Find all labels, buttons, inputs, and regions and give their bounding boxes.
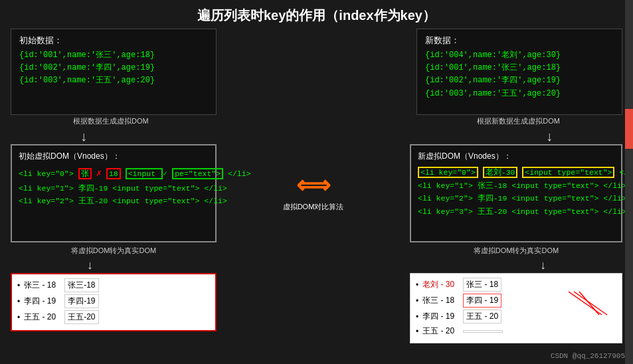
bullet-1: • <box>17 297 20 306</box>
initial-data-box: 初始数据： {id:'001',name:'张三',age:18} {id:'0… <box>11 29 217 115</box>
bullet-2: • <box>17 313 20 322</box>
left-list-item-2: • 王五 - 20 王五-20 <box>17 310 210 324</box>
right-list-input-3 <box>463 330 503 333</box>
left-list-input-1: 李四-19 <box>64 294 98 308</box>
new-data-line-2: {id:'001',name:'张三',age:18} <box>425 62 614 74</box>
left-list-input-2: 王五-20 <box>64 310 98 324</box>
left-list-label-1: 李四 - 19 <box>24 296 60 307</box>
annotation-lines <box>569 288 608 321</box>
right-vdom-title: 新虚拟DOM（Vnodes）： <box>418 151 614 162</box>
bullet-r2: • <box>416 312 418 321</box>
left-bottom-arrow: ↓ <box>86 260 94 270</box>
right-list-input-2: 王五 - 20 <box>463 310 501 323</box>
right-list-label-3: 王五 - 20 <box>422 325 459 337</box>
svg-line-0 <box>569 292 602 315</box>
compare-label: 虚拟DOM对比算法 <box>283 202 344 212</box>
left-down-arrow: ↓ <box>80 131 88 143</box>
right-list-box: • 老刘 - 30 张三 - 18 • 张三 - 18 李四 - 19 • 李四… <box>410 273 622 343</box>
left-vdom-box: 初始虚拟DOM（Vnodes）： <li key="0"> 张 ✗ 18 <in… <box>11 144 217 242</box>
right-list-item-3: • 王五 - 20 <box>416 325 616 337</box>
x-mark-0: ✗ <box>96 168 102 179</box>
initial-data-line-1: {id:'001',name:'张三',age:18} <box>19 49 208 62</box>
new-data-line-4: {id:'003',name:'王五',age:20} <box>425 88 614 100</box>
svg-line-1 <box>574 292 607 315</box>
left-arrow-label: 根据数据生成虚拟DOM <box>73 116 149 126</box>
right-list-input-0: 张三 - 18 <box>463 278 501 292</box>
initial-data-title: 初始数据： <box>19 35 208 46</box>
right-bottom-arrow: ↓ <box>539 260 547 270</box>
right-arrow-label: 根据新数据生成虚拟DOM <box>477 116 560 126</box>
scrollbar-track[interactable] <box>625 0 633 364</box>
right-vdom-line-1: <li key="1"> 张三-18 <input type="text"> <… <box>418 179 614 193</box>
right-to-real-label: 将虚拟DOM转为真实DOM <box>474 246 559 258</box>
initial-data-line-2: {id:'002',name:'李四',age:19} <box>19 62 208 74</box>
right-list-label-1: 张三 - 18 <box>422 295 459 306</box>
main-container: 遍历列表时key的作用（index作为key） 初始数据： {id:'001',… <box>0 0 633 364</box>
right-vdom-line-0: <li key="0"> 老刘-30 <input type="text"> <… <box>418 166 614 179</box>
right-list-item-1: • 张三 - 18 李四 - 19 <box>416 294 616 308</box>
bullet-r3: • <box>416 327 418 336</box>
left-list-item-0: • 张三 - 18 张三-18 <box>17 278 210 292</box>
left-list-label-2: 王五 - 20 <box>24 312 60 323</box>
check-mark-0: ✓ <box>163 169 167 179</box>
scrollbar-thumb[interactable] <box>625 109 633 149</box>
right-list-label-0: 老刘 - 30 <box>422 279 459 290</box>
right-vdom-box: 新虚拟DOM（Vnodes）： <li key="0"> 老刘-30 <inpu… <box>410 144 622 242</box>
left-vdom-line-1: <li key="1"> 李四-19 <input type="text"> <… <box>19 182 209 195</box>
right-vdom-line-3: <li key="3"> 王五-20 <input type="text"> <… <box>418 205 614 219</box>
bullet-r0: • <box>416 280 418 290</box>
right-down-arrow: ↓ <box>545 131 553 143</box>
new-data-line-1: {id:'004',name:'老刘',age:30} <box>425 49 614 62</box>
left-vdom-line-2: <li key="2"> 王五-20 <input type="text"> <… <box>19 195 209 208</box>
left-vdom-line-0: <li key="0"> 张 ✗ 18 <input ✓ pe="text"> … <box>19 166 209 182</box>
left-list-box: • 张三 - 18 张三-18 • 李四 - 19 李四-19 • 王五 - 2… <box>11 273 217 331</box>
compare-center: ⟺ 虚拟DOM对比算法 <box>222 144 405 242</box>
initial-data-line-3: {id:'003',name:'王五',age:20} <box>19 74 208 87</box>
left-list-item-1: • 李四 - 19 李四-19 <box>17 294 210 308</box>
right-list-label-2: 李四 - 19 <box>422 311 459 322</box>
new-data-line-3: {id:'002',name:'李四',age:19} <box>425 74 614 87</box>
new-data-box: 新数据： {id:'004',name:'老刘',age:30} {id:'00… <box>416 29 622 115</box>
bullet-0: • <box>17 281 20 290</box>
new-data-title: 新数据： <box>425 35 614 46</box>
svg-line-2 <box>579 292 599 315</box>
right-list-input-1: 李四 - 19 <box>463 294 501 308</box>
main-title: 遍历列表时key的作用（index作为key） <box>0 0 633 29</box>
compare-arrow: ⟺ <box>296 175 331 199</box>
left-vdom-title: 初始虚拟DOM（Vnodes）： <box>19 151 209 162</box>
left-list-input-0: 张三-18 <box>64 278 98 292</box>
bullet-r1: • <box>416 296 418 306</box>
watermark: CSDN @qq_26127905 <box>551 352 625 360</box>
right-vdom-line-2: <li key="2"> 李四-19 <input type="text"> <… <box>418 192 614 205</box>
left-list-label-0: 张三 - 18 <box>24 280 60 291</box>
left-to-real-label: 将虚拟DOM转为真实DOM <box>71 246 156 258</box>
